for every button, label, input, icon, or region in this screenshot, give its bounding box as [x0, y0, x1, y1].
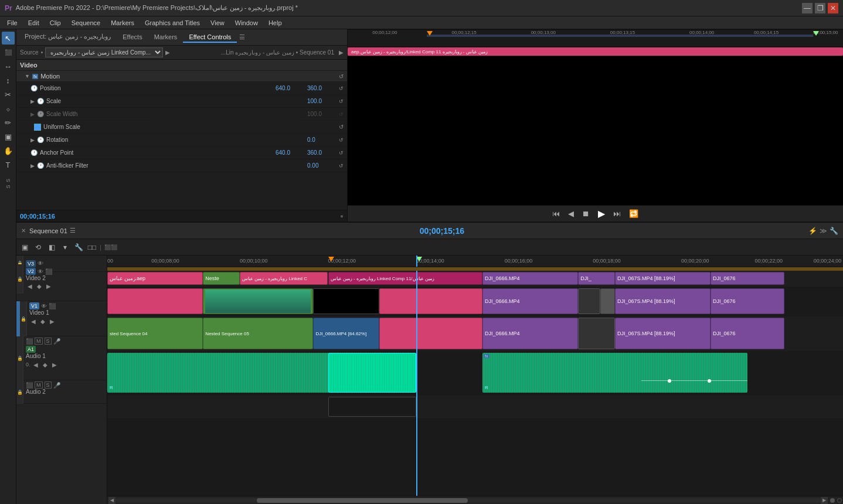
- tool-pen[interactable]: ✏: [2, 116, 15, 129]
- src-play-back[interactable]: ◀: [566, 208, 576, 219]
- tool-rate-stretch[interactable]: ↕: [2, 74, 15, 87]
- v2-lock[interactable]: 🔒: [16, 264, 23, 294]
- v1-clip-2[interactable]: Nested Sequence 05: [203, 318, 313, 349]
- v2-clip-4[interactable]: [379, 288, 482, 314]
- v2-add-btn[interactable]: ◆: [35, 282, 43, 290]
- ec-reset-us[interactable]: ↺: [339, 124, 344, 130]
- ec-stopwatch-position[interactable]: 🕐: [30, 85, 38, 91]
- src-loop[interactable]: 🔁: [627, 208, 641, 219]
- ec-anchor-x[interactable]: 640.0: [276, 149, 305, 156]
- tool-track-select[interactable]: ⬛: [2, 46, 15, 59]
- v2-clip-3[interactable]: [313, 288, 379, 314]
- menu-edit[interactable]: Edit: [23, 18, 44, 28]
- source-clip-bar[interactable]: زمین عباس - روباربجیره Linked Comp 11/رو…: [348, 47, 843, 56]
- v3-clip-2[interactable]: Neste: [203, 272, 240, 285]
- ec-scale-value[interactable]: 100.0: [307, 98, 336, 104]
- src-stop[interactable]: ⏹: [580, 208, 592, 219]
- tl-panels[interactable]: □□: [86, 241, 98, 253]
- timeline-horizontal-scrollbar[interactable]: ◀ ▶: [107, 496, 843, 504]
- ec-stopwatch-af[interactable]: 🕐: [37, 162, 44, 169]
- menu-window[interactable]: Window: [230, 18, 263, 28]
- v3-clip-7[interactable]: DJI_067S.MP4 [88.19%]: [615, 272, 711, 285]
- minimize-button[interactable]: —: [802, 3, 813, 13]
- ec-chevron-af[interactable]: ▶: [30, 163, 35, 169]
- ec-uniform-scale-checkbox[interactable]: [34, 124, 41, 131]
- v3-clip-4[interactable]: روباربجیره - زمین عباس Linked Comp 11/زم…: [328, 272, 483, 285]
- scroll-right-btn[interactable]: ▶: [821, 497, 828, 504]
- menu-sequence[interactable]: Sequence: [67, 18, 106, 28]
- a2-s-btn[interactable]: S: [45, 382, 52, 389]
- ec-chevron-motion[interactable]: ▼: [25, 73, 30, 79]
- tl-filter-icon[interactable]: ⚡: [808, 227, 817, 235]
- ec-position-x[interactable]: 640.0: [276, 85, 305, 91]
- ec-stopwatch-scale[interactable]: 🕐: [37, 98, 44, 104]
- sequence-tab[interactable]: Sequence 01 ☰: [29, 227, 76, 234]
- v1-clip-8[interactable]: DJI_0676: [711, 318, 784, 349]
- ec-panel-arrow[interactable]: ▶: [339, 49, 344, 56]
- v2-prev-btn[interactable]: ◀: [26, 282, 34, 290]
- tool-slip[interactable]: ⬦: [2, 102, 15, 115]
- v3-clip-6[interactable]: DJI_: [578, 272, 615, 285]
- v3-clip-1[interactable]: زمین عباس.aep: [107, 272, 203, 285]
- menu-clip[interactable]: Clip: [45, 18, 66, 28]
- tab-markers[interactable]: Markers: [148, 32, 183, 43]
- ec-reset-anchor[interactable]: ↺: [339, 150, 344, 156]
- ec-motion-label[interactable]: Motion: [40, 73, 60, 80]
- v2-clip-6[interactable]: [578, 288, 600, 314]
- v3-clip-5[interactable]: DJI_0666.MP4: [482, 272, 578, 285]
- ec-rotation-value[interactable]: 0.0: [307, 137, 336, 143]
- tl-snap[interactable]: ⟲: [32, 241, 44, 253]
- v3-clip-8[interactable]: DJI_0676: [711, 272, 784, 285]
- menu-markers[interactable]: Markers: [106, 18, 139, 28]
- scroll-left-btn[interactable]: ◀: [108, 497, 115, 504]
- a1-prev-btn[interactable]: ◀: [32, 360, 40, 369]
- src-step-fwd[interactable]: ⏭: [611, 208, 623, 219]
- v1-prev-btn[interactable]: ◀: [29, 317, 38, 325]
- tab-effects[interactable]: Effects: [117, 32, 148, 43]
- a1-add-btn[interactable]: ◆: [41, 360, 49, 369]
- v1-clip-5[interactable]: DJI_0666.MP4: [482, 318, 578, 349]
- tl-settings-icon[interactable]: ≫: [820, 227, 827, 235]
- v1-add-btn[interactable]: ◆: [39, 317, 47, 325]
- v2-clip-7[interactable]: [600, 288, 615, 314]
- menu-view[interactable]: View: [206, 18, 229, 28]
- ec-chevron-rot[interactable]: ▶: [30, 137, 35, 143]
- a1-lock[interactable]: 🔒: [16, 336, 23, 380]
- menu-graphics[interactable]: Graphics and Titles: [140, 18, 205, 28]
- seq-menu-icon[interactable]: ☰: [70, 227, 76, 234]
- ec-reset-af[interactable]: ↺: [339, 163, 344, 169]
- menu-file[interactable]: File: [2, 18, 22, 28]
- timeline-ruler[interactable]: 00 00;00;08;00 00;00;10;00 00;00;12;00 0…: [107, 256, 843, 267]
- tool-rectangle[interactable]: ▣: [2, 130, 15, 143]
- v1-next-btn[interactable]: ▶: [48, 317, 56, 325]
- v2-clip-2[interactable]: [203, 288, 313, 314]
- scroll-thumb[interactable]: [257, 498, 468, 503]
- ec-anchor-y[interactable]: 360.0: [307, 149, 336, 156]
- a1-audio-clip-right[interactable]: R fx: [482, 353, 747, 393]
- sequence-close-btn[interactable]: ✕: [21, 227, 26, 234]
- ec-reset-scale[interactable]: ↺: [339, 98, 344, 104]
- tool-hand[interactable]: ✋: [2, 144, 15, 157]
- tl-tc-display[interactable]: ⬛⬛: [103, 241, 118, 253]
- tl-add-track[interactable]: ▾: [59, 241, 71, 253]
- close-button[interactable]: ✕: [828, 3, 838, 13]
- v1-clip-4[interactable]: [379, 318, 482, 349]
- v1-clip-6[interactable]: [578, 318, 615, 349]
- tl-settings[interactable]: 🔧: [73, 241, 84, 253]
- tab-project[interactable]: Project: روباربجیره - زمین عباس: [19, 32, 117, 43]
- maximize-button[interactable]: ❐: [815, 3, 825, 13]
- a2-lock[interactable]: 🔒: [16, 380, 23, 404]
- a1-audio-clip-highlight[interactable]: [328, 353, 417, 393]
- ruler-in-marker[interactable]: [328, 257, 334, 261]
- a1-m-btn[interactable]: M: [35, 338, 43, 345]
- tool-select[interactable]: ↖: [2, 32, 15, 45]
- ec-source-select[interactable]: زمین عباس - روباربجیره Linked Comp...: [45, 47, 163, 57]
- tool-ripple-edit[interactable]: ↔: [2, 60, 15, 73]
- src-out-marker[interactable]: [813, 31, 819, 36]
- v2-next-btn[interactable]: ▶: [45, 282, 53, 290]
- v1-clip-7[interactable]: DJI_067S.MP4 [88.19%]: [615, 318, 711, 349]
- menu-help[interactable]: Help: [264, 18, 287, 28]
- timeline-timecode[interactable]: 00;00;15;16: [420, 226, 464, 236]
- src-play[interactable]: ▶: [596, 207, 607, 220]
- ec-anti-flicker-value[interactable]: 0.00: [307, 162, 336, 169]
